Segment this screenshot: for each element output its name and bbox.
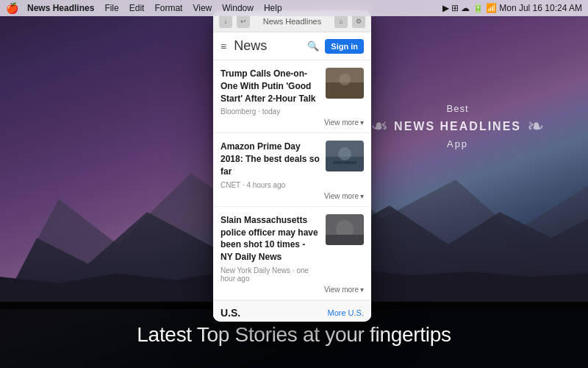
article-1: Trump Calls One-on-One With Putin 'Good … (213, 60, 371, 133)
window-title: News Headlines (263, 17, 321, 26)
news-content: Trump Calls One-on-One With Putin 'Good … (213, 60, 371, 322)
article-3: Slain Massachusetts police officer may h… (213, 207, 371, 300)
menu-window[interactable]: Window (222, 3, 254, 13)
bottom-bar-text: Latest Top Stories at your fingertips (137, 323, 451, 347)
menu-edit[interactable]: Edit (129, 3, 145, 13)
article-3-image (326, 214, 364, 245)
article-2-image (326, 141, 364, 171)
svg-rect-12 (326, 235, 364, 245)
menu-file[interactable]: File (104, 3, 118, 13)
menu-app-name[interactable]: News Headlines (27, 3, 94, 13)
menu-help[interactable]: Help (264, 3, 282, 13)
section-header-us: U.S. More U.S. (213, 300, 371, 322)
app-window: ↓ ↩ News Headlines ⌂ ⚙ ≡ News 🔍 Sign in … (213, 10, 371, 322)
apple-menu[interactable]: 🍎 (6, 2, 18, 14)
menu-bar-time: ▶ ⊞ ☁ 🔋 📶 Mon Jul 16 10:24 AM (442, 3, 582, 13)
more-us-link[interactable]: More U.S. (327, 308, 364, 317)
article-2-meta: CNET · 4 hours ago (220, 181, 320, 189)
best-app-badge: Best ❧ NEWS HEADLINES ❧ App (371, 103, 544, 149)
menu-format[interactable]: Format (154, 3, 182, 13)
article-2-title[interactable]: Amazon Prime Day 2018: The best deals so… (220, 141, 320, 177)
refresh-button[interactable]: ↩ (237, 15, 250, 28)
article-1-meta: Bloomberg · today (220, 107, 320, 116)
svg-rect-9 (333, 161, 356, 164)
section-title: U.S. (220, 307, 240, 319)
laurel-left-icon: ❧ (371, 114, 388, 138)
home-button[interactable]: ⌂ (334, 15, 348, 28)
badge-app-text: App (447, 138, 468, 149)
article-3-title[interactable]: Slain Massachusetts police officer may h… (220, 214, 320, 263)
svg-point-5 (339, 74, 351, 85)
svg-point-8 (338, 147, 351, 160)
search-button[interactable]: 🔍 (307, 40, 319, 52)
hamburger-menu[interactable]: ≡ (220, 40, 226, 52)
settings-button[interactable]: ⚙ (352, 15, 365, 28)
sign-in-button[interactable]: Sign in (325, 39, 364, 54)
badge-main-text: NEWS HEADLINES (394, 119, 521, 133)
article-3-meta: New York Daily News · one hour ago (220, 266, 320, 283)
article-2: Amazon Prime Day 2018: The best deals so… (213, 133, 371, 206)
menu-bar: 🍎 News Headlines File Edit Format View W… (0, 0, 588, 16)
news-app-header: ≡ News 🔍 Sign in (213, 32, 371, 60)
article-1-image (326, 68, 364, 99)
article-1-title[interactable]: Trump Calls One-on-One With Putin 'Good … (220, 68, 320, 105)
news-app-title: News (234, 38, 307, 54)
article-2-view-more[interactable]: View more ▾ (220, 189, 364, 202)
badge-top-text: Best (447, 103, 469, 114)
article-1-view-more[interactable]: View more ▾ (220, 116, 364, 128)
menu-view[interactable]: View (193, 3, 212, 13)
laurel-right-icon: ❧ (527, 114, 544, 138)
download-button[interactable]: ↓ (219, 15, 232, 28)
article-3-view-more[interactable]: View more ▾ (220, 283, 364, 295)
